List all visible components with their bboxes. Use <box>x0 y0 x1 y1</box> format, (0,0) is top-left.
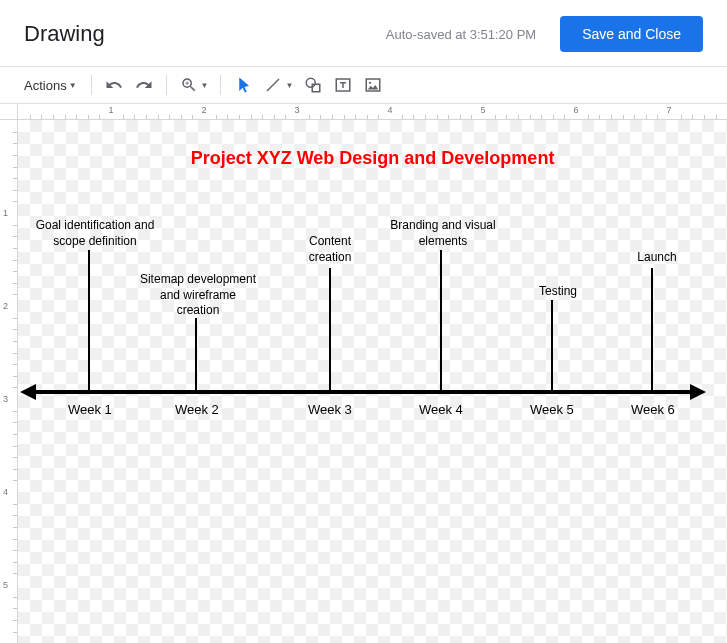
svg-point-0 <box>307 78 316 87</box>
week-label-1[interactable]: Week 1 <box>68 402 112 417</box>
image-button[interactable] <box>359 71 387 99</box>
redo-button[interactable] <box>130 71 158 99</box>
milestone-label-3[interactable]: Content creation <box>290 234 370 265</box>
separator <box>166 75 167 95</box>
text-box-button[interactable] <box>329 71 357 99</box>
milestone-label-1[interactable]: Goal identification and scope definition <box>30 218 160 249</box>
separator <box>220 75 221 95</box>
week-label-5[interactable]: Week 5 <box>530 402 574 417</box>
milestone-label-2[interactable]: Sitemap development and wireframe creati… <box>138 272 258 319</box>
zoom-dropdown-icon[interactable]: ▼ <box>201 81 209 90</box>
week-label-3[interactable]: Week 3 <box>308 402 352 417</box>
actions-menu-button[interactable]: Actions ▼ <box>18 74 83 97</box>
timeline-graphic[interactable] <box>18 120 718 643</box>
svg-point-4 <box>369 82 371 84</box>
milestone-label-6[interactable]: Launch <box>626 250 688 266</box>
line-dropdown-icon[interactable]: ▼ <box>285 81 293 90</box>
week-label-2[interactable]: Week 2 <box>175 402 219 417</box>
separator <box>91 75 92 95</box>
week-label-4[interactable]: Week 4 <box>419 402 463 417</box>
vertical-ruler: 123456 <box>0 120 18 643</box>
drawing-dialog: Drawing Auto-saved at 3:51:20 PM Save an… <box>0 0 727 643</box>
autosave-status: Auto-saved at 3:51:20 PM <box>386 27 536 42</box>
undo-button[interactable] <box>100 71 128 99</box>
ruler-corner <box>0 104 18 120</box>
dialog-header: Drawing Auto-saved at 3:51:20 PM Save an… <box>0 0 727 67</box>
line-tool-button[interactable] <box>259 71 287 99</box>
milestone-label-5[interactable]: Testing <box>528 284 588 300</box>
canvas-area: 12345678 123456 Project XYZ Web Design a… <box>0 103 727 643</box>
zoom-button[interactable] <box>175 71 203 99</box>
caret-down-icon: ▼ <box>69 81 77 90</box>
toolbar: Actions ▼ ▼ ▼ <box>0 67 727 103</box>
actions-label: Actions <box>24 78 67 93</box>
horizontal-ruler: 12345678 <box>18 104 727 120</box>
drawing-canvas[interactable]: Project XYZ Web Design and Development G… <box>18 120 727 643</box>
milestone-label-4[interactable]: Branding and visual elements <box>388 218 498 249</box>
dialog-title: Drawing <box>24 21 105 47</box>
shape-tool-button[interactable] <box>299 71 327 99</box>
week-label-6[interactable]: Week 6 <box>631 402 675 417</box>
svg-rect-1 <box>313 84 321 92</box>
select-tool-button[interactable] <box>229 71 257 99</box>
svg-marker-7 <box>690 384 706 400</box>
save-and-close-button[interactable]: Save and Close <box>560 16 703 52</box>
svg-marker-6 <box>20 384 36 400</box>
